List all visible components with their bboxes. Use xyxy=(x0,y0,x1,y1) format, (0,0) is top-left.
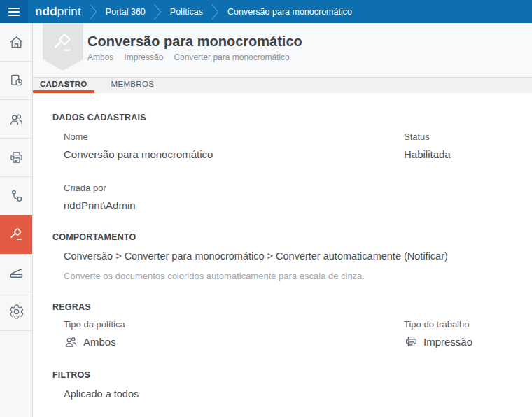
section-title: COMPORTAMENTO xyxy=(52,232,518,242)
tag-impressao: Impressão xyxy=(124,52,163,62)
sidebar-item-scanner[interactable] xyxy=(0,254,32,292)
report-clock-icon xyxy=(8,73,24,89)
field-value-tipo-politica: Ambos xyxy=(64,334,404,349)
field-label-criada-por: Criada por xyxy=(64,183,518,193)
breadcrumb-item-politicas[interactable]: Políticas xyxy=(170,7,203,17)
logo-text-bold: ndd xyxy=(35,5,57,18)
gavel-shield-icon xyxy=(43,23,83,71)
breadcrumb-separator-icon xyxy=(90,3,97,20)
behavior-path: Conversão > Converter para monocromático… xyxy=(64,250,518,262)
page-header: Conversão para monocromático Ambos Impre… xyxy=(33,23,532,77)
tab-cadastro[interactable]: CADASTRO xyxy=(33,78,94,93)
section-dados-cadastrais: DADOS CADASTRAIS Nome Conversão para mon… xyxy=(52,113,518,211)
sidebar-item-policies[interactable] xyxy=(0,215,32,254)
gavel-icon xyxy=(8,227,24,243)
printer-icon xyxy=(8,150,24,166)
sidebar-item-settings[interactable] xyxy=(0,292,32,331)
behavior-description: Converte os documentos coloridos automat… xyxy=(64,271,518,281)
main-panel: Conversão para monocromático Ambos Impre… xyxy=(33,23,532,417)
field-value-criada-por: nddPrint\Admin xyxy=(64,199,518,211)
sidebar-item-home[interactable] xyxy=(0,23,32,62)
tipo-politica-text: Ambos xyxy=(83,336,116,348)
section-title: FILTROS xyxy=(52,370,518,380)
field-value-status: Habilitada xyxy=(404,148,518,160)
field-label-status: Status xyxy=(404,132,518,142)
users-icon xyxy=(64,334,78,349)
section-title: DADOS CADASTRAIS xyxy=(52,113,518,122)
breadcrumb-item-current: Conversão para monocromático xyxy=(227,7,352,17)
top-bar: nddprint Portal 360 Políticas Conversão … xyxy=(0,0,532,23)
home-icon xyxy=(8,34,24,50)
field-label-tipo-trabalho: Tipo do trabalho xyxy=(404,319,518,330)
tag-ambos: Ambos xyxy=(88,52,113,62)
field-label-tipo-politica: Tipo da política xyxy=(64,319,404,330)
hierarchy-icon xyxy=(8,188,24,204)
sidebar-item-hierarchy[interactable] xyxy=(0,177,32,215)
field-value-nome: Conversão para monocromático xyxy=(64,148,404,160)
tab-content-cadastro: DADOS CADASTRAIS Nome Conversão para mon… xyxy=(33,93,532,417)
section-filtros: FILTROS Aplicado a todos xyxy=(52,370,518,400)
sidebar-nav xyxy=(0,23,33,417)
section-comportamento: COMPORTAMENTO Conversão > Converter para… xyxy=(52,232,518,281)
field-value-tipo-trabalho: Impressão xyxy=(404,334,518,349)
sidebar-item-printers[interactable] xyxy=(0,139,32,177)
section-title: REGRAS xyxy=(52,302,518,312)
scanner-icon xyxy=(8,265,24,281)
nddprint-logo[interactable]: nddprint xyxy=(35,5,81,19)
hamburger-menu-button[interactable] xyxy=(0,0,28,23)
section-regras: REGRAS Tipo da política xyxy=(52,302,518,349)
sidebar-item-reports[interactable] xyxy=(0,62,32,100)
breadcrumb-separator-icon xyxy=(211,3,219,20)
page-title: Conversão para monocromático xyxy=(88,34,532,49)
filtros-value: Aplicado a todos xyxy=(64,388,518,400)
tab-membros[interactable]: MEMBROS xyxy=(104,78,162,93)
printer-icon xyxy=(404,334,419,349)
breadcrumb-item-portal360[interactable]: Portal 360 xyxy=(106,7,146,17)
users-icon xyxy=(8,111,24,127)
gear-icon xyxy=(8,304,24,320)
breadcrumb-separator-icon xyxy=(154,3,162,20)
sidebar-item-users[interactable] xyxy=(0,100,32,139)
logo-text-light: print xyxy=(57,5,81,18)
tipo-trabalho-text: Impressão xyxy=(424,336,472,348)
policy-tags: Ambos Impressão Converter para monocromá… xyxy=(88,52,532,62)
field-label-nome: Nome xyxy=(64,132,404,142)
tab-bar: CADASTRO MEMBROS xyxy=(33,77,532,93)
tag-converter: Converter para monocromático xyxy=(174,52,289,62)
